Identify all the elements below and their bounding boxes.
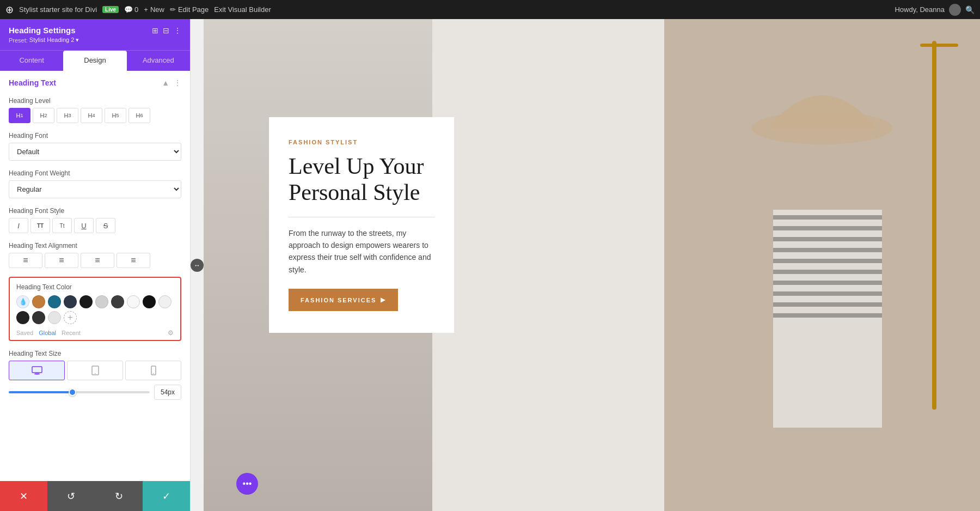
size-tablet-btn[interactable] <box>67 361 123 380</box>
heading-weight-select[interactable]: Regular <box>9 180 181 198</box>
heading-align-label: Heading Text Alignment <box>9 242 181 250</box>
edit-page-button[interactable]: ✏ Edit Page <box>170 5 209 14</box>
heading-font-label: Heading Font <box>9 132 181 139</box>
preset-label: Preset: <box>9 37 28 44</box>
cancel-button[interactable]: ✕ <box>0 481 47 511</box>
comment-icon: 💬 <box>124 5 133 14</box>
svg-rect-10 <box>773 226 882 230</box>
color-swatch-10[interactable] <box>16 311 29 324</box>
fashion-photo <box>664 19 980 511</box>
heading-size-label: Heading Text Size <box>9 350 181 357</box>
settings-layout-icon[interactable]: ⊟ <box>163 26 169 35</box>
more-options-icon[interactable]: ⋮ <box>174 26 181 35</box>
svg-rect-8 <box>773 210 882 428</box>
panel-body: Heading Text ▲ ⋮ Heading Level H1 H2 H3 … <box>0 71 190 481</box>
cta-button[interactable]: FASHION SERVICES ▶ <box>289 289 398 311</box>
exit-visual-builder-button[interactable]: Exit Visual Builder <box>214 5 271 14</box>
color-tab-global[interactable]: Global <box>39 330 56 336</box>
align-justify-btn[interactable]: ≡ <box>117 253 150 268</box>
heading-level-h5[interactable]: H5 <box>105 108 126 123</box>
color-swatch-3[interactable] <box>64 295 77 308</box>
align-center-btn[interactable]: ≡ <box>45 253 78 268</box>
site-name: Stylist starter site for Divi <box>19 5 97 14</box>
svg-point-4 <box>95 373 96 374</box>
heading-color-label: Heading Text Color <box>16 283 174 291</box>
panel-resize-handle[interactable]: ↔ <box>191 259 204 272</box>
card-eyebrow: FASHION STYLIST <box>289 139 434 145</box>
main-layout: Heading Settings ⊞ ⊟ ⋮ Preset: Stylist H… <box>0 19 980 511</box>
heading-font-select[interactable]: Default <box>9 143 181 161</box>
redo-icon: ↻ <box>115 490 123 502</box>
svg-rect-9 <box>773 215 882 220</box>
color-swatch-4[interactable] <box>79 295 93 308</box>
color-swatch-9[interactable] <box>158 295 171 308</box>
wordpress-logo-icon[interactable]: ⊕ <box>5 4 14 16</box>
all-caps-btn[interactable]: TT <box>30 218 50 233</box>
color-tabs: Saved Global Recent ⚙ <box>16 327 174 337</box>
color-tab-saved[interactable]: Saved <box>16 330 33 336</box>
mobile-icon <box>151 366 156 375</box>
heading-level-h3[interactable]: H3 <box>57 108 78 123</box>
new-label: New <box>150 5 164 14</box>
slider-container[interactable] <box>9 387 150 398</box>
color-swatch-1[interactable] <box>32 295 45 308</box>
color-settings-gear-icon[interactable]: ⚙ <box>168 329 174 337</box>
redo-button[interactable]: ↻ <box>95 481 143 511</box>
heading-level-h6[interactable]: H6 <box>128 108 150 123</box>
pencil-icon: ✏ <box>170 5 176 14</box>
panel-title: Heading Settings <box>9 26 76 35</box>
section-more-icon[interactable]: ⋮ <box>174 78 181 87</box>
cancel-icon: ✕ <box>20 490 28 502</box>
color-swatch-12[interactable] <box>48 311 61 324</box>
canvas: FASHION STYLIST Level Up Your Personal S… <box>204 19 980 511</box>
tab-design[interactable]: Design <box>63 51 126 71</box>
wp-admin-bar: ⊕ Stylist starter site for Divi Live 💬 0… <box>0 0 980 19</box>
settings-panel: Heading Settings ⊞ ⊟ ⋮ Preset: Stylist H… <box>0 19 191 511</box>
slider-track <box>9 391 150 393</box>
align-right-btn[interactable]: ≡ <box>81 253 114 268</box>
slider-thumb[interactable] <box>69 388 76 396</box>
tab-content[interactable]: Content <box>0 51 63 71</box>
style-buttons-group: I TT Tt U S <box>9 218 181 233</box>
slider-value[interactable]: 54px <box>154 385 181 400</box>
plus-icon: + <box>144 5 148 14</box>
save-icon: ✓ <box>162 490 170 502</box>
size-desktop-btn[interactable] <box>9 361 65 380</box>
search-icon[interactable]: 🔍 <box>965 5 975 14</box>
cta-arrow-icon: ▶ <box>381 296 386 303</box>
undo-button[interactable]: ↺ <box>47 481 95 511</box>
floating-dots-button[interactable]: ••• <box>236 473 258 495</box>
heading-level-h4[interactable]: H4 <box>81 108 102 123</box>
italic-btn[interactable]: I <box>9 218 28 233</box>
heading-level-h2[interactable]: H2 <box>33 108 54 123</box>
color-swatch-7[interactable] <box>127 295 140 308</box>
heading-level-h1[interactable]: H1 <box>9 108 30 123</box>
fullscreen-icon[interactable]: ⊞ <box>152 26 158 35</box>
align-buttons-group: ≡ ≡ ≡ ≡ <box>9 253 181 268</box>
heading-level-label: Heading Level <box>9 97 181 105</box>
small-caps-btn[interactable]: Tt <box>52 218 72 233</box>
color-swatch-5[interactable] <box>95 295 108 308</box>
eyedropper-tool[interactable]: 💧 <box>16 295 29 308</box>
preset-value[interactable]: Stylist Heading 2 ▾ <box>29 36 79 44</box>
add-color-btn[interactable]: + <box>64 311 77 324</box>
color-swatch-6[interactable] <box>111 295 124 308</box>
align-left-btn[interactable]: ≡ <box>9 253 42 268</box>
section-heading-text: Heading Text ▲ ⋮ <box>0 71 190 93</box>
tab-advanced[interactable]: Advanced <box>127 51 190 71</box>
color-tab-recent[interactable]: Recent <box>62 330 81 336</box>
strikethrough-btn[interactable]: S <box>96 218 115 233</box>
color-swatch-8[interactable] <box>143 295 156 308</box>
action-bar: ✕ ↺ ↻ ✓ <box>0 481 190 511</box>
size-mobile-btn[interactable] <box>125 361 181 380</box>
underline-btn[interactable]: U <box>74 218 94 233</box>
new-button[interactable]: + New <box>144 5 164 14</box>
color-swatch-11[interactable] <box>32 311 45 324</box>
card-body-text: From the runway to the streets, my appro… <box>289 227 434 276</box>
slider-fill <box>9 391 72 393</box>
heading-style-label: Heading Font Style <box>9 207 181 215</box>
collapse-icon[interactable]: ▲ <box>162 78 169 87</box>
save-button[interactable]: ✓ <box>143 481 190 511</box>
heading-weight-row: Heading Font Weight Regular <box>0 165 190 203</box>
color-swatch-2[interactable] <box>48 295 61 308</box>
